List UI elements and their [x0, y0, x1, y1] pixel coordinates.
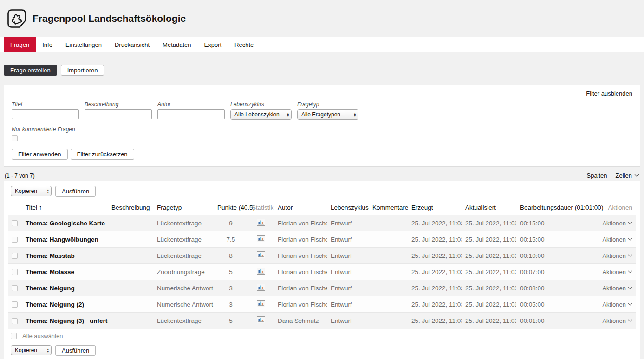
statistics-icon[interactable]: [257, 251, 265, 258]
execute-button-top[interactable]: Ausführen: [55, 186, 96, 197]
page-title: Fragenpool Landschaftsökologie: [33, 13, 186, 24]
row-checkbox[interactable]: [12, 301, 18, 308]
chevron-down-icon: [628, 319, 632, 322]
filter-input-beschreibung[interactable]: [85, 109, 152, 119]
cell-erzeugt: 25. Jul 2022, 11:03: [408, 248, 462, 264]
cell-beschreibung: [108, 264, 153, 280]
header-fragetyp[interactable]: Fragetyp: [153, 200, 214, 215]
row-actions-dropdown[interactable]: Aktionen: [602, 317, 632, 324]
statistics-icon[interactable]: [257, 268, 265, 275]
columns-dropdown[interactable]: Spalten: [586, 172, 607, 179]
filter-reset-button[interactable]: Filter zurücksetzen: [71, 149, 134, 160]
table-row: Thema: Hangwölbungen Lückentextfrage 7.5…: [8, 231, 636, 248]
tab-fragen[interactable]: Fragen: [4, 37, 36, 52]
row-checkbox[interactable]: [12, 269, 18, 275]
table-row: Thema: Molasse Zuordnungsfrage 5 Florian…: [8, 264, 636, 280]
header-bearbeitungsdauer[interactable]: Bearbeitungsdauer (01:01:00): [516, 200, 598, 215]
question-table-container: Kopieren ▴▾ Ausführen Titel ↑ Beschreibu…: [4, 181, 640, 359]
row-actions-label: Aktionen: [602, 285, 626, 292]
question-title-link[interactable]: Thema: Neigung (3) - unfertig: [22, 313, 108, 329]
row-actions-dropdown[interactable]: Aktionen: [602, 301, 632, 308]
create-question-button[interactable]: Frage erstellen: [4, 65, 57, 76]
cell-beschreibung: [108, 215, 153, 231]
header-erzeugt[interactable]: Erzeugt: [408, 200, 462, 215]
question-title-link[interactable]: Thema: Neigung (2): [22, 296, 108, 313]
filter-select-fragetyp[interactable]: Alle Fragetypen ▴▾: [297, 109, 358, 120]
cell-lebenszyklus: Entwurf: [327, 248, 369, 264]
row-actions-dropdown[interactable]: Aktionen: [602, 220, 632, 227]
row-checkbox[interactable]: [12, 285, 18, 291]
row-actions-dropdown[interactable]: Aktionen: [602, 252, 632, 259]
statistics-icon[interactable]: [257, 235, 265, 242]
tab-druckansicht[interactable]: Druckansicht: [108, 37, 156, 52]
row-checkbox[interactable]: [12, 253, 18, 259]
cell-punkte: 5: [214, 313, 248, 329]
row-actions-dropdown[interactable]: Aktionen: [602, 285, 632, 292]
rows-dropdown[interactable]: Zeilen: [616, 172, 639, 179]
cell-punkte: 3: [214, 296, 248, 313]
header-autor[interactable]: Autor: [274, 200, 327, 215]
cell-fragetyp: Zuordnungsfrage: [153, 264, 214, 280]
cell-erzeugt: 25. Jul 2022, 11:03: [408, 296, 462, 313]
tab-export[interactable]: Export: [198, 37, 228, 52]
header-kommentare[interactable]: Kommentare: [369, 200, 408, 215]
row-checkbox[interactable]: [12, 318, 18, 324]
chevron-down-icon: [628, 303, 632, 306]
bulk-action-select-bottom[interactable]: Kopieren ▴▾: [11, 345, 52, 355]
select-value: Alle Lebenszyklen: [234, 111, 280, 118]
header-titel[interactable]: Titel ↑: [22, 200, 108, 215]
select-all-checkbox[interactable]: [11, 333, 17, 339]
statistics-icon[interactable]: [257, 219, 265, 226]
cell-lebenszyklus: Entwurf: [327, 264, 369, 280]
header-beschreibung[interactable]: Beschreibung: [108, 200, 153, 215]
row-checkbox[interactable]: [12, 237, 18, 243]
statistics-icon[interactable]: [257, 284, 265, 291]
filter-input-autor[interactable]: [157, 109, 225, 119]
header-punkte[interactable]: Punkte (40.5): [214, 200, 248, 215]
cell-kommentare: [369, 248, 408, 264]
row-actions-dropdown[interactable]: Aktionen: [602, 269, 632, 276]
header-lebenszyklus[interactable]: Lebenszyklus: [327, 200, 369, 215]
tab-bar: Fragen Info Einstellungen Druckansicht M…: [0, 37, 644, 52]
cell-autor: Florian von Fischer: [274, 215, 327, 231]
question-title-link[interactable]: Thema: Molasse: [22, 264, 108, 280]
row-checkbox[interactable]: [12, 220, 18, 226]
cell-erzeugt: 25. Jul 2022, 11:03: [408, 215, 462, 231]
table-row: Thema: Neigung (3) - unfertig Lückentext…: [8, 313, 636, 329]
cell-erzeugt: 25. Jul 2022, 11:03: [408, 231, 462, 248]
toolbar: Frage erstellen Importieren: [4, 65, 640, 76]
row-actions-dropdown[interactable]: Aktionen: [602, 236, 632, 243]
cell-aktualisiert: 25. Jul 2022, 11:03: [462, 231, 516, 248]
statistics-icon[interactable]: [257, 316, 265, 323]
execute-button-bottom[interactable]: Ausführen: [55, 345, 96, 356]
cell-lebenszyklus: Entwurf: [327, 231, 369, 248]
tab-rechte[interactable]: Rechte: [228, 37, 260, 52]
tab-info[interactable]: Info: [36, 37, 59, 52]
import-button[interactable]: Importieren: [61, 65, 104, 76]
cell-autor: Florian von Fischer: [274, 264, 327, 280]
chevron-down-icon: [628, 270, 632, 273]
tab-metadaten[interactable]: Metadaten: [156, 37, 197, 52]
filter-hide-link[interactable]: Filter ausblenden: [586, 90, 632, 97]
cell-autor: Florian von Fischer: [274, 280, 327, 296]
header-aktualisiert[interactable]: Aktualisiert: [462, 200, 516, 215]
tab-einstellungen[interactable]: Einstellungen: [59, 37, 108, 52]
question-title-link[interactable]: Thema: Geologische Karte: [22, 215, 108, 231]
cell-fragetyp: Lückentextfrage: [153, 313, 214, 329]
filter-input-titel[interactable]: [12, 109, 79, 119]
table-row: Thema: Masstab Lückentextfrage 8 Florian…: [8, 248, 636, 264]
question-table: Titel ↑ Beschreibung Fragetyp Punkte (40…: [8, 200, 636, 329]
filter-checkbox-kommentierte[interactable]: [12, 135, 18, 141]
cell-punkte: 7.5: [214, 231, 248, 248]
question-title-link[interactable]: Thema: Neigung: [22, 280, 108, 296]
cell-autor: Daria Schmutz: [274, 313, 327, 329]
select-all-label: Alle auswählen: [22, 333, 63, 340]
filter-select-lebenszyklus[interactable]: Alle Lebenszyklen ▴▾: [230, 109, 292, 120]
bulk-action-select-top[interactable]: Kopieren ▴▾: [11, 186, 52, 196]
statistics-icon[interactable]: [257, 300, 265, 307]
question-title-link[interactable]: Thema: Hangwölbungen: [22, 231, 108, 248]
question-title-link[interactable]: Thema: Masstab: [22, 248, 108, 264]
select-value: Kopieren: [15, 188, 37, 194]
cell-kommentare: [369, 280, 408, 296]
filter-apply-button[interactable]: Filter anwenden: [12, 149, 68, 160]
